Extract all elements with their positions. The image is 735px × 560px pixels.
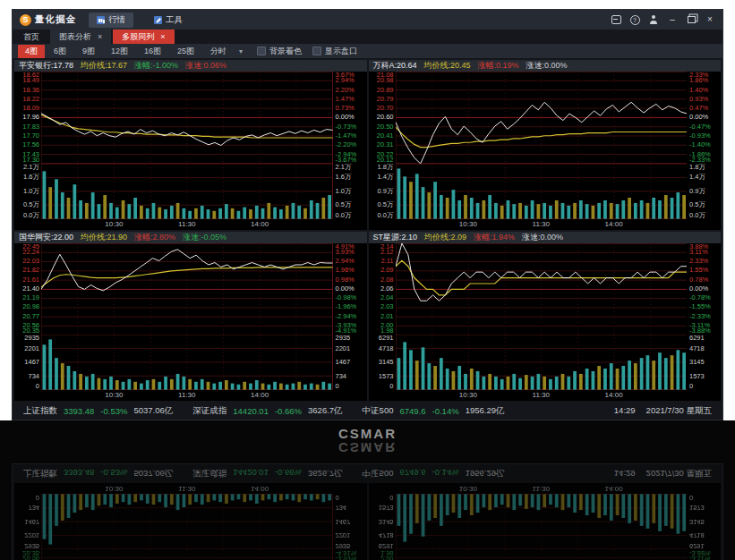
axis-tick: 2.94% xyxy=(336,77,355,84)
feedback-icon xyxy=(611,15,621,24)
axis-tick: 2.11 xyxy=(380,258,393,265)
time-axis: 10:3011:3014:00 xyxy=(396,390,688,401)
axis-tick: 2201 xyxy=(336,345,351,352)
index-amount: 1956.29亿 xyxy=(466,405,505,417)
volume-axis-right: 2.1万1.6万1.0万0.5万0.0万 xyxy=(333,164,367,219)
index-amount: 3626.7亿 xyxy=(308,405,343,417)
axis-tick: -1.96% xyxy=(336,303,357,310)
grid-9-button[interactable]: 9图 xyxy=(75,45,102,58)
axis-tick: 2.09 xyxy=(380,267,394,274)
chart-panel-vanke-a[interactable]: 万科A:20.64 均价线:20.45 涨幅:0.19% 涨速:0.00% 21… xyxy=(369,60,722,230)
price-chart-svg xyxy=(41,243,333,335)
price-plot[interactable] xyxy=(41,72,333,164)
close-tab-icon[interactable]: × xyxy=(98,32,102,41)
index-change: -0.53% xyxy=(100,406,127,416)
time-tick: 14:00 xyxy=(251,220,269,228)
show-quote-checkbox[interactable]: 显示盘口 xyxy=(312,46,357,57)
axis-tick: -1.40% xyxy=(689,141,711,148)
change-percent: 涨幅:0.19% xyxy=(478,60,519,72)
volume-pane: 62914718314515730 62914718314515730 xyxy=(369,335,722,390)
csmar-watermark: CSMAR xyxy=(0,426,735,441)
tab-multi-stock[interactable]: 多股同列 × xyxy=(113,30,174,44)
restore-button[interactable] xyxy=(686,14,697,25)
status-bar: 上证指数 3393.48 -0.53% 5037.06亿 深证成指 14420.… xyxy=(13,402,722,420)
volume-pane: 2.1万1.6万1.0万0.5万0.0万 2.1万1.6万1.0万0.5万0.0… xyxy=(14,164,367,219)
volume-axis-right: 2935220114677340 xyxy=(333,335,367,390)
price-plot[interactable] xyxy=(41,243,333,335)
axis-tick: 0.0万 xyxy=(336,212,352,219)
axis-tick: 18.49 xyxy=(22,77,39,84)
price-pane: 2.142.122.112.092.082.062.042.032.012.00… xyxy=(369,243,722,335)
index-label: 深证成指 xyxy=(192,405,226,417)
grid-16-button[interactable]: 16图 xyxy=(137,45,168,58)
help-button[interactable]: ? xyxy=(629,14,640,25)
price-plot[interactable] xyxy=(396,243,688,335)
volume-chart-svg xyxy=(396,335,688,390)
charts-grid: 平安银行:17.78 均价线:17.67 涨幅:-1.00% 涨速:0.06% … xyxy=(13,59,722,402)
feedback-button[interactable] xyxy=(611,14,621,25)
volume-axis-right: 1.8万1.4万0.9万0.5万0.0万 xyxy=(687,164,721,219)
user-icon xyxy=(649,15,658,24)
volume-chart-svg xyxy=(41,164,333,219)
grid-25-button[interactable]: 25图 xyxy=(170,45,201,58)
axis-tick: 1573 xyxy=(689,373,705,380)
minimize-button[interactable]: – xyxy=(667,14,678,25)
title-bar: S 量化掘金 行情 工具 ? – × xyxy=(13,10,722,30)
menu-quotes[interactable]: 行情 xyxy=(89,13,133,28)
change-speed: 涨速:0.00% xyxy=(522,232,563,243)
axis-tick: 21.82 xyxy=(22,267,39,274)
grid-12-button[interactable]: 12图 xyxy=(104,45,135,58)
app-window: S 量化掘金 行情 工具 ? – × 首页 图表分析 × 多股同列 × xyxy=(12,9,723,420)
chart-panel-guohua-wangan[interactable]: 国华网安:22.00 均价线:21.90 涨幅:2.80% 涨速:-0.05% … xyxy=(14,232,367,402)
axis-tick: 0.0万 xyxy=(378,212,394,219)
chart-panel-pingan-bank[interactable]: 平安银行:17.78 均价线:17.67 涨幅:-1.00% 涨速:0.06% … xyxy=(14,60,367,230)
axis-tick: 22.24 xyxy=(22,249,39,256)
axis-tick: 1.47% xyxy=(336,96,355,103)
grid-6-button[interactable]: 6图 xyxy=(47,45,73,58)
axis-tick: 20.41 xyxy=(377,132,394,140)
close-button[interactable]: × xyxy=(705,14,715,25)
price-axis-left: 22.4522.2422.0321.8221.6121.4021.1920.98… xyxy=(14,243,41,335)
axis-tick: 0.93% xyxy=(689,96,708,103)
time-tick: 10:30 xyxy=(459,391,477,399)
axis-tick: -0.73% xyxy=(336,123,357,131)
chevron-down-icon[interactable]: ▾ xyxy=(239,47,243,55)
change-percent: 涨幅:-1.00% xyxy=(134,60,178,72)
change-percent: 涨幅:1.94% xyxy=(474,232,515,243)
axis-tick: 0.00% xyxy=(689,114,708,121)
price-axis-left: 18.6218.4918.3618.2218.0917.9617.8317.70… xyxy=(14,72,41,164)
grid-4-button[interactable]: 4图 xyxy=(18,45,45,58)
avg-line-value: 均价线:2.09 xyxy=(424,232,466,243)
volume-plot[interactable] xyxy=(396,164,688,219)
background-color-checkbox[interactable]: 背景着色 xyxy=(257,46,302,57)
axis-tick: -0.93% xyxy=(689,132,711,140)
volume-plot[interactable] xyxy=(41,164,333,219)
tab-chart-analysis[interactable]: 图表分析 × xyxy=(50,30,111,44)
axis-tick: 1.55% xyxy=(689,267,708,274)
show-quote-label: 显示盘口 xyxy=(325,46,357,57)
reflection: CSMAR CSMAR S 量化掘金 行情 工具 ? – × 首页 图表分析 × xyxy=(0,420,735,560)
user-button[interactable] xyxy=(648,14,659,25)
axis-tick: 0.0万 xyxy=(23,212,39,219)
price-plot[interactable] xyxy=(396,72,688,164)
tab-home[interactable]: 首页 xyxy=(14,30,48,44)
axis-tick: 18.36 xyxy=(22,87,39,94)
axis-tick: 6291 xyxy=(689,335,705,342)
tab-chart-analysis-label: 图表分析 xyxy=(59,31,91,43)
csmar-watermark-mirror: CSMAR xyxy=(0,440,735,455)
volume-plot[interactable] xyxy=(41,335,333,390)
menu-tools[interactable]: 工具 xyxy=(146,13,191,28)
time-tick: 11:30 xyxy=(178,391,195,399)
axis-tick: 21.61 xyxy=(22,276,39,284)
avg-line-value: 均价线:17.67 xyxy=(81,60,127,72)
chart-panel-st-xingyuan[interactable]: ST星源:2.10 均价线:2.09 涨幅:1.94% 涨速:0.00% 2.1… xyxy=(369,232,722,402)
volume-axis-left: 1.8万1.4万0.9万0.5万0.0万 xyxy=(369,164,396,219)
axis-tick: 1.0万 xyxy=(23,188,39,195)
minute-chart-button[interactable]: 分时 xyxy=(203,45,234,58)
volume-plot[interactable] xyxy=(396,335,688,390)
axis-tick: 0.78% xyxy=(689,276,708,284)
axis-tick: 21.19 xyxy=(22,294,39,301)
axis-tick: 17.83 xyxy=(22,123,39,131)
axis-tick: 0.00% xyxy=(336,285,355,293)
close-tab-icon[interactable]: × xyxy=(160,32,165,41)
